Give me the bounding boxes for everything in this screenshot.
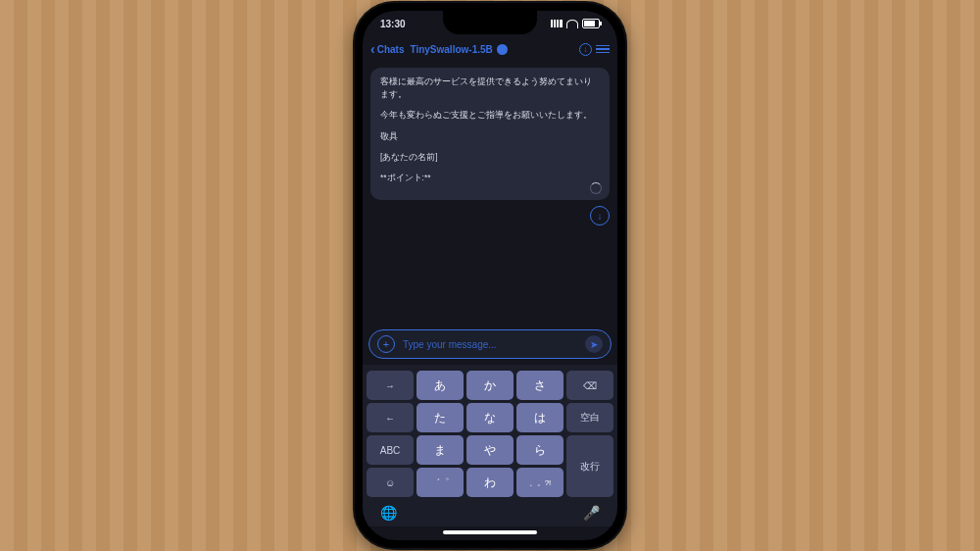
globe-button[interactable]: 🌐 [380,505,397,521]
key-ha[interactable]: は [516,403,564,432]
message-input[interactable]: Type your message... [403,339,577,350]
keyboard-grid: → あ か さ ⌫ ← た な は 空白 ABC ま や ら 改行 ☺ ゛゜ [367,371,613,497]
msg-line: **ポイント:** [380,172,600,184]
back-label: Chats [377,44,405,55]
key-candidate[interactable]: → [367,371,414,400]
key-ya[interactable]: や [466,435,514,465]
key-backspace[interactable]: ⌫ [566,371,613,400]
back-button[interactable]: ‹ Chats [370,42,404,56]
key-ta[interactable]: た [416,403,464,432]
wifi-icon [566,20,578,28]
key-a[interactable]: あ [416,371,464,400]
status-indicators [551,19,600,28]
scroll-to-bottom-button[interactable]: ↓ [590,206,610,225]
signal-icon [551,20,563,27]
keyboard-bottom-row: 🌐 🎤 [367,501,613,523]
battery-icon [582,19,600,28]
key-dakuten[interactable]: ゛゜ [416,468,464,497]
keyboard: → あ か さ ⌫ ← た な は 空白 ABC ま や ら 改行 ☺ ゛゜ [363,365,617,526]
chevron-left-icon: ‹ [370,42,375,56]
msg-line: 今年も変わらぬご支援とご指導をお願いいたします。 [380,109,600,122]
download-icon[interactable] [579,43,592,56]
send-button[interactable]: ➤ [585,335,603,353]
key-ka[interactable]: か [466,371,514,400]
key-return[interactable]: 改行 [566,435,613,497]
key-space[interactable]: 空白 [566,403,613,432]
msg-line: [あなたの名前] [380,151,600,164]
key-wa[interactable]: わ [466,468,514,497]
msg-line: 敬具 [380,130,600,143]
key-abc[interactable]: ABC [367,435,414,465]
key-cursor-left[interactable]: ← [367,403,414,432]
model-status-icon [497,44,508,55]
key-punct[interactable]: 、。?! [516,468,564,497]
clock: 13:30 [380,19,406,29]
mic-button[interactable]: 🎤 [583,505,600,521]
key-ma[interactable]: ま [416,435,464,465]
key-na[interactable]: な [466,403,514,432]
menu-button[interactable] [596,45,610,54]
phone-frame: 13:30 ‹ Chats TinySwallow-1.5B 客様に最高のサービ… [353,1,627,550]
loading-spinner-icon [590,182,602,194]
attach-button[interactable]: + [377,335,395,353]
msg-line: 客様に最高のサービスを提供できるよう努めてまいります。 [380,75,600,101]
notch [443,11,537,34]
page-title: TinySwallow-1.5B [410,44,492,55]
key-sa[interactable]: さ [516,371,564,400]
nav-bar: ‹ Chats TinySwallow-1.5B [363,36,617,62]
chat-area: 客様に最高のサービスを提供できるよう努めてまいります。 今年も変わらぬご支援とご… [363,62,617,324]
key-ra[interactable]: ら [516,435,564,465]
screen: 13:30 ‹ Chats TinySwallow-1.5B 客様に最高のサービ… [363,11,617,540]
message-input-row: + Type your message... ➤ [368,329,612,359]
key-emoji[interactable]: ☺ [367,468,414,497]
home-indicator[interactable] [443,530,537,534]
assistant-message: 客様に最高のサービスを提供できるよう努めてまいります。 今年も変わらぬご支援とご… [370,68,610,200]
